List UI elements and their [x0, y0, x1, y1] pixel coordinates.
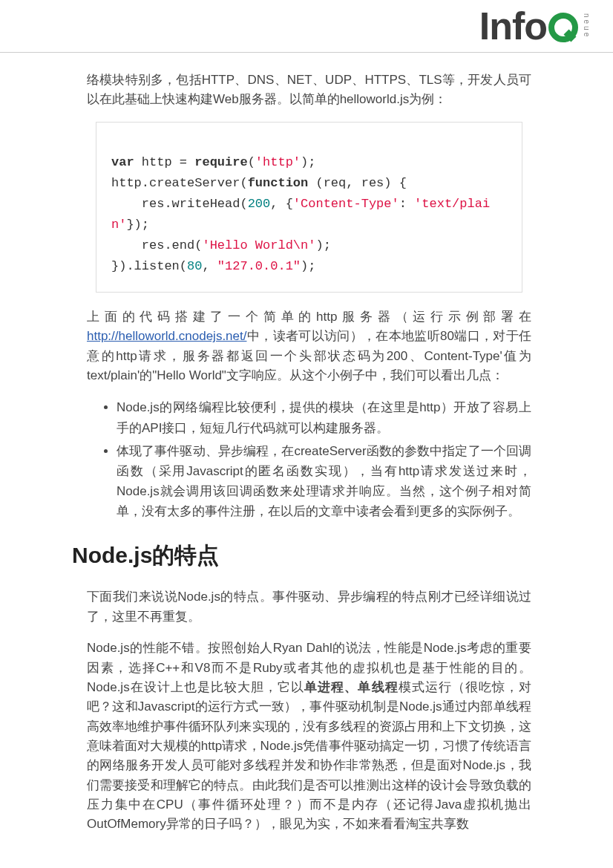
code-text: ( [248, 155, 255, 169]
code-text: http.createServer( [111, 176, 248, 190]
code-text: , [202, 259, 217, 273]
code-text: ); [301, 259, 315, 273]
code-keyword-var: var [111, 155, 134, 169]
code-number: 200 [248, 197, 271, 211]
logo: Info neue [479, 4, 591, 48]
emphasis: 单进程、单线程 [304, 680, 398, 694]
code-keyword-require: require [194, 155, 247, 169]
code-text: http = [134, 155, 195, 169]
paragraph: 下面我们来说说Node.js的特点。事件驱动、异步编程的特点刚才已经详细说过了，… [87, 587, 531, 627]
code-block: var http = require('http'); http.createS… [96, 122, 522, 293]
code-string: 'Content-Type' [293, 197, 399, 211]
feature-list: Node.js的网络编程比较便利，提供的模块（在这里是http）开放了容易上手的… [87, 397, 531, 521]
paragraph: Node.js的性能不错。按照创始人Ryan Dahl的说法，性能是Node.j… [87, 639, 531, 834]
text: 上面的代码搭建了一个简单的http服务器（运行示例部署在 [87, 310, 531, 324]
code-text: (req, res) { [308, 176, 407, 190]
code-string: 'Hello World\n' [202, 238, 315, 252]
logo-text: Info [479, 4, 547, 48]
code-string: 'http' [255, 155, 301, 169]
code-text: res.writeHead( [111, 197, 248, 211]
text: 模式运行（很吃惊，对吧？这和Javascript的运行方式一致），事件驱动机制是… [87, 680, 531, 831]
helloworld-link[interactable]: http://helloworld.cnodejs.net/ [87, 329, 246, 343]
code-text: }).listen( [111, 259, 187, 273]
code-text: ); [301, 155, 315, 169]
header: Info neue [0, 0, 613, 53]
code-keyword-function: function [248, 176, 309, 190]
paragraph-intro: 络模块特别多，包括HTTP、DNS、NET、UDP、HTTPS、TLS等，开发人… [87, 71, 531, 110]
code-text: , { [270, 197, 293, 211]
code-string: "127.0.0.1" [217, 259, 301, 273]
code-text: res.end( [111, 238, 202, 252]
list-item: 体现了事件驱动、异步编程，在createServer函数的参数中指定了一个回调函… [117, 441, 531, 522]
logo-side-text: neue [583, 13, 591, 39]
list-item: Node.js的网络编程比较便利，提供的模块（在这里是http）开放了容易上手的… [117, 397, 531, 437]
section-heading: Node.js的特点 [72, 541, 531, 571]
code-text: : [399, 197, 414, 211]
paragraph-explain: 上面的代码搭建了一个简单的http服务器（运行示例部署在http://hello… [87, 307, 531, 385]
article-content: 络模块特别多，包括HTTP、DNS、NET、UDP、HTTPS、TLS等，开发人… [0, 53, 613, 835]
code-text: ); [315, 238, 330, 252]
logo-q-icon [548, 13, 578, 42]
code-text: }); [126, 218, 149, 232]
code-number: 80 [187, 259, 202, 273]
